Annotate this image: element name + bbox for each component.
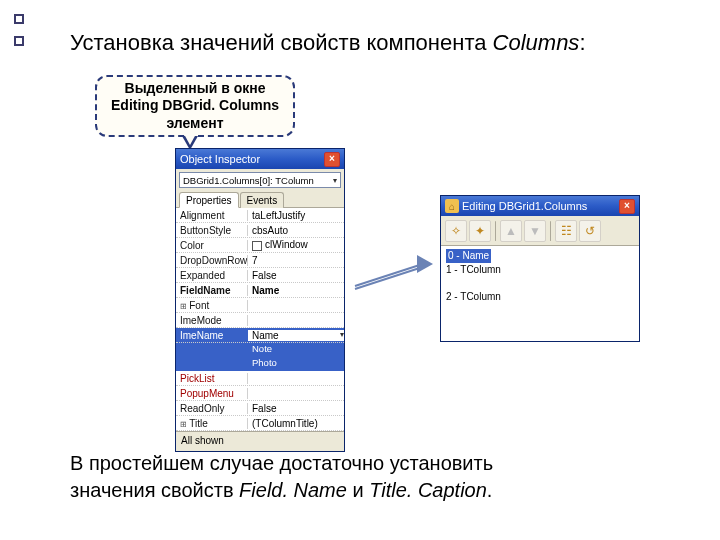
window-title: ⌂Editing DBGrid1.Columns — [445, 199, 587, 213]
add-column-button[interactable]: ✧ — [445, 220, 467, 242]
arrow — [355, 255, 435, 305]
columns-list[interactable]: 0 - Name1 - TColumn2 - TColumn — [441, 246, 639, 341]
chevron-down-icon[interactable]: ▾ — [340, 330, 344, 341]
page-marker — [14, 36, 24, 46]
editor-toolbar: ✧ ✦ ▲ ▼ ☷ ↺ — [441, 216, 639, 246]
property-row[interactable]: PopupMenu — [176, 386, 344, 401]
property-value[interactable]: clWindow — [248, 239, 344, 250]
page-title: Установка значений свойств компонента Co… — [70, 30, 586, 56]
property-name: ButtonStyle — [176, 225, 248, 236]
columns-editor-window: ⌂Editing DBGrid1.Columns × ✧ ✦ ▲ ▼ ☷ ↺ 0… — [440, 195, 640, 342]
property-row[interactable]: Title(TColumnTitle) — [176, 416, 344, 431]
separator — [495, 221, 496, 241]
move-up-button[interactable]: ▲ — [500, 220, 522, 242]
callout-box: Выделенный в окне Editing DBGrid. Column… — [95, 75, 295, 137]
property-name: Alignment — [176, 210, 248, 221]
property-row[interactable]: DropDownRows7 — [176, 253, 344, 268]
property-value[interactable]: 7 — [248, 255, 344, 266]
fieldname-italic: Field. Name — [239, 479, 347, 501]
property-value[interactable]: False — [248, 270, 344, 281]
property-name: Color — [176, 240, 248, 251]
bottom-line1: В простейшем случае достаточно установит… — [70, 452, 493, 474]
callout-line: Editing DBGrid. Columns — [111, 97, 279, 115]
property-value[interactable]: cbsAuto — [248, 225, 344, 236]
property-name: DropDownRows — [176, 255, 248, 266]
page-marker — [14, 14, 24, 24]
property-name: ImeName — [176, 330, 248, 341]
list-item[interactable]: 0 - Name — [446, 249, 491, 263]
property-value[interactable]: (TColumnTitle) — [248, 418, 344, 429]
selector-value: DBGrid1.Columns[0]: TColumn — [183, 175, 314, 186]
arrow-line — [355, 266, 424, 290]
property-row[interactable]: ImeNameName▾ — [176, 328, 344, 343]
property-grid[interactable]: AlignmenttaLeftJustifyButtonStylecbsAuto… — [176, 208, 344, 431]
property-name: FieldName — [176, 285, 248, 296]
titlebar[interactable]: Object Inspector × — [176, 149, 344, 169]
dropdown-option[interactable]: Photo — [176, 357, 344, 371]
list-item[interactable]: 2 - TColumn — [446, 290, 634, 304]
bottom-dot: . — [487, 479, 493, 501]
list-item[interactable]: 1 - TColumn — [446, 263, 634, 277]
property-row[interactable]: FieldNameName — [176, 283, 344, 298]
property-row[interactable]: ExpandedFalse — [176, 268, 344, 283]
property-value[interactable]: Name▾ — [248, 330, 344, 341]
close-icon[interactable]: × — [619, 199, 635, 214]
object-inspector-window: Object Inspector × DBGrid1.Columns[0]: T… — [175, 148, 345, 452]
property-value[interactable]: False — [248, 403, 344, 414]
property-row[interactable]: ButtonStylecbsAuto — [176, 223, 344, 238]
heading-suffix: : — [579, 30, 585, 55]
tab-properties[interactable]: Properties — [179, 192, 239, 208]
tab-events[interactable]: Events — [240, 192, 285, 208]
heading-italic: Columns — [493, 30, 580, 55]
chevron-down-icon: ▾ — [333, 176, 337, 185]
property-name: Font — [176, 300, 248, 311]
bottom-line2a: значения свойств — [70, 479, 239, 501]
editor-title-text: Editing DBGrid1.Columns — [462, 200, 587, 212]
property-name: Title — [176, 418, 248, 429]
arrow-head-icon — [417, 255, 433, 273]
delphi-icon: ⌂ — [445, 199, 459, 213]
inspector-tabs: Properties Events — [176, 191, 344, 208]
restore-defaults-button[interactable]: ↺ — [579, 220, 601, 242]
window-title: Object Inspector — [180, 153, 260, 165]
color-checkbox[interactable] — [252, 241, 262, 251]
separator — [550, 221, 551, 241]
delete-column-button[interactable]: ✦ — [469, 220, 491, 242]
add-all-button[interactable]: ☷ — [555, 220, 577, 242]
property-row[interactable]: ReadOnlyFalse — [176, 401, 344, 416]
arrow-line — [355, 263, 424, 287]
close-icon[interactable]: × — [324, 152, 340, 167]
callout-line: элемент — [111, 115, 279, 133]
callout-line: Выделенный в окне — [111, 80, 279, 98]
property-name: Expanded — [176, 270, 248, 281]
titlecaption-italic: Title. Caption — [369, 479, 487, 501]
property-value[interactable]: Name — [248, 285, 344, 296]
titlebar[interactable]: ⌂Editing DBGrid1.Columns × — [441, 196, 639, 216]
property-row[interactable]: ColorclWindow — [176, 238, 344, 253]
move-down-button[interactable]: ▼ — [524, 220, 546, 242]
property-row[interactable]: ImeMode — [176, 313, 344, 328]
property-name: PickList — [176, 373, 248, 384]
bottom-and: и — [347, 479, 369, 501]
property-name: PopupMenu — [176, 388, 248, 399]
property-value[interactable]: taLeftJustify — [248, 210, 344, 221]
property-name: ReadOnly — [176, 403, 248, 414]
bottom-text: В простейшем случае достаточно установит… — [70, 450, 680, 504]
property-row[interactable]: AlignmenttaLeftJustify — [176, 208, 344, 223]
heading-prefix: Установка значений свойств компонента — [70, 30, 493, 55]
property-name: ImeMode — [176, 315, 248, 326]
page-marker-group — [14, 14, 24, 58]
dropdown-option[interactable]: Note — [176, 343, 344, 357]
property-row[interactable]: Font — [176, 298, 344, 313]
callout-tail — [184, 134, 196, 145]
property-row[interactable]: PickList — [176, 371, 344, 386]
inspector-footer: All shown — [176, 431, 344, 451]
component-selector[interactable]: DBGrid1.Columns[0]: TColumn ▾ — [179, 172, 341, 188]
